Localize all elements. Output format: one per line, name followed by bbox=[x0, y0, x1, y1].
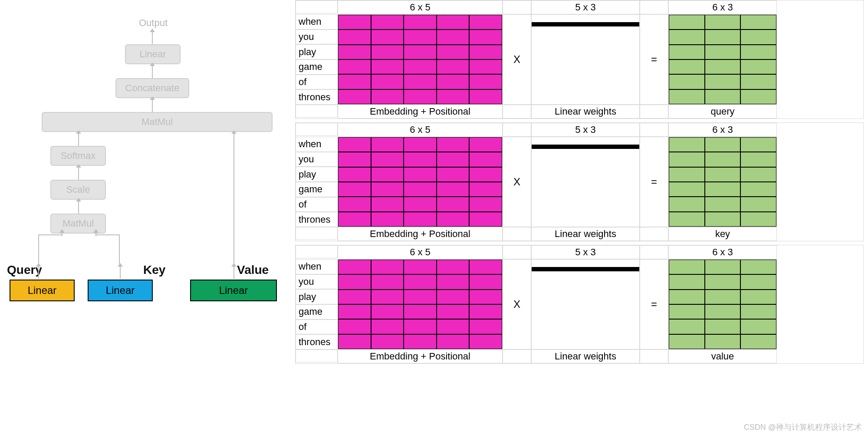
matrix-cell bbox=[404, 137, 437, 152]
weights-matrix bbox=[531, 137, 640, 227]
equals-op: = bbox=[640, 259, 668, 349]
matrix-cell bbox=[705, 260, 741, 274]
matrix-cell bbox=[669, 30, 705, 44]
matrix-cell bbox=[740, 290, 776, 304]
token-label: thrones bbox=[296, 89, 338, 105]
token-label: of bbox=[296, 75, 338, 90]
matrix-cell bbox=[469, 212, 502, 227]
matrix-cell bbox=[404, 212, 437, 227]
matrix-cell bbox=[338, 274, 371, 289]
dim-weights: 5 x 3 bbox=[531, 123, 640, 137]
token-label: game bbox=[296, 59, 338, 75]
matrix-cell bbox=[404, 197, 437, 211]
dim-embedding: 6 x 5 bbox=[338, 123, 503, 137]
arrow-2 bbox=[152, 99, 153, 112]
token-label: of bbox=[296, 197, 338, 212]
matrix-cell bbox=[603, 26, 639, 26]
linear-key-box: Linear bbox=[88, 280, 153, 301]
token-label: when bbox=[296, 259, 338, 274]
matrix-cell bbox=[740, 260, 776, 274]
matrix-cell bbox=[669, 152, 705, 167]
token-label: when bbox=[296, 14, 338, 30]
matrix-cell bbox=[371, 212, 404, 227]
matrix-cell bbox=[437, 274, 470, 289]
matrix-cell bbox=[404, 74, 437, 89]
matrix-cell bbox=[404, 304, 437, 319]
matrix-cell bbox=[740, 152, 776, 167]
multiply-op: X bbox=[503, 259, 531, 349]
matrix-cell bbox=[669, 137, 705, 152]
caption-weights: Linear weights bbox=[531, 349, 640, 363]
matmul-top-box: MatMul bbox=[42, 112, 273, 132]
matrix-cell bbox=[404, 182, 437, 197]
linear-value-box: Linear bbox=[190, 280, 277, 301]
matrix-cell bbox=[338, 290, 371, 304]
matrix-cell bbox=[404, 260, 437, 274]
equals-op: = bbox=[640, 14, 668, 105]
matrix-cell bbox=[469, 319, 502, 334]
matrix-cell bbox=[740, 182, 776, 197]
matrix-grid bbox=[338, 260, 502, 349]
matrix-cell bbox=[740, 212, 776, 227]
token-label: when bbox=[296, 137, 338, 152]
matrix-cell bbox=[469, 30, 502, 44]
matrix-panel-key: 6 x 55 x 36 x 3whenyouplaygameofthronesX… bbox=[295, 122, 864, 241]
matrix-cell bbox=[371, 260, 404, 274]
token-label: play bbox=[296, 289, 338, 304]
matrix-cell bbox=[740, 30, 776, 44]
matrix-cell bbox=[740, 304, 776, 319]
matrix-cell bbox=[740, 59, 776, 74]
matrix-cell bbox=[705, 15, 741, 30]
concatenate-box: Concatenate bbox=[115, 78, 189, 98]
matrix-cell bbox=[437, 334, 470, 349]
matrix-grid bbox=[532, 267, 639, 271]
dim-weights: 5 x 3 bbox=[531, 0, 640, 14]
matrix-cell bbox=[437, 45, 470, 59]
token-label: game bbox=[296, 182, 338, 197]
matrix-computation-diagram: 6 x 55 x 36 x 3whenyouplaygameofthronesX… bbox=[295, 0, 864, 367]
matrix-cell bbox=[338, 15, 371, 30]
matrix-cell bbox=[669, 15, 705, 30]
matrix-cell bbox=[437, 212, 470, 227]
matrix-cell bbox=[603, 148, 639, 149]
multiply-op: X bbox=[503, 14, 531, 105]
matrix-cell bbox=[469, 167, 502, 182]
matrix-cell bbox=[669, 290, 705, 304]
dim-embedding: 6 x 5 bbox=[338, 245, 503, 259]
matrix-cell bbox=[705, 137, 741, 152]
matrix-cell bbox=[404, 15, 437, 30]
matrix-cell bbox=[371, 45, 404, 59]
matrix-cell bbox=[437, 319, 470, 334]
matrix-cell bbox=[338, 152, 371, 167]
matrix-cell bbox=[338, 89, 371, 104]
matrix-cell bbox=[740, 167, 776, 182]
dim-embedding: 6 x 5 bbox=[338, 0, 503, 14]
matrix-cell bbox=[705, 304, 741, 319]
arrow-k-in bbox=[95, 232, 96, 236]
matrix-cell bbox=[669, 59, 705, 74]
token-labels: whenyouplaygameofthrones bbox=[296, 137, 338, 227]
matrix-cell bbox=[669, 304, 705, 319]
matrix-cell bbox=[669, 182, 705, 197]
matrix-cell bbox=[404, 45, 437, 59]
token-label: thrones bbox=[296, 212, 338, 227]
matrix-cell bbox=[338, 30, 371, 44]
matrix-cell bbox=[568, 148, 604, 149]
matrix-grid bbox=[669, 137, 776, 227]
matrix-cell bbox=[404, 319, 437, 334]
matrix-cell bbox=[669, 319, 705, 334]
matrix-cell bbox=[669, 212, 705, 227]
matrix-cell bbox=[740, 334, 776, 349]
linear-box: Linear bbox=[125, 44, 181, 64]
caption-embedding: Embedding + Positional bbox=[338, 105, 503, 119]
token-label: you bbox=[296, 152, 338, 167]
weights-matrix bbox=[531, 14, 640, 105]
softmax-box: Softmax bbox=[50, 146, 106, 166]
matrix-cell bbox=[404, 89, 437, 104]
matrix-cell bbox=[532, 26, 568, 26]
matrix-cell bbox=[469, 304, 502, 319]
matrix-cell bbox=[669, 45, 705, 59]
matrix-cell bbox=[469, 274, 502, 289]
matrix-cell bbox=[705, 74, 741, 89]
matrix-cell bbox=[740, 74, 776, 89]
